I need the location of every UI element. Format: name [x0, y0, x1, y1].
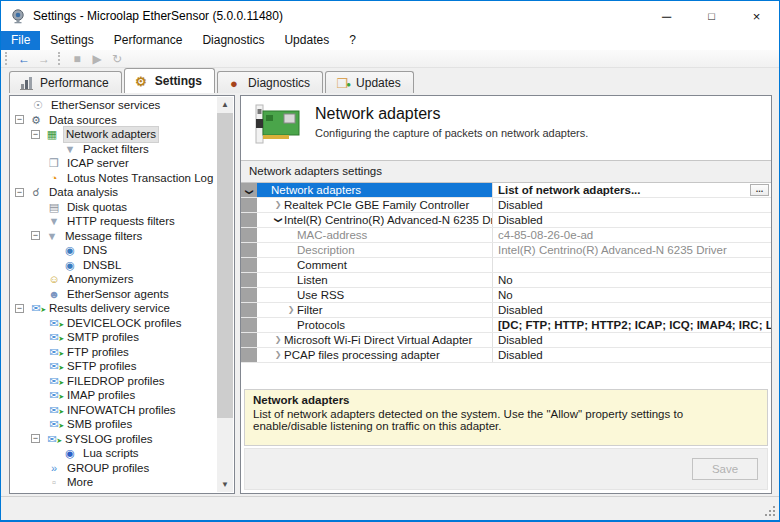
tab-strip: Performance⚙Settings●Diagnostics❒●Update… — [1, 68, 779, 93]
tree-item-group-profiles[interactable]: »GROUP profiles — [11, 461, 217, 476]
tree-item-icap-server[interactable]: ❒ICAP server — [11, 156, 217, 171]
sphere-icon: ● — [226, 76, 242, 90]
grid-row-listen[interactable]: ListenNo — [241, 273, 771, 288]
expanded-chevron-icon[interactable]: ❯ — [271, 214, 285, 226]
grid-row-mac-address[interactable]: MAC-addressc4-85-08-26-0e-ad — [241, 228, 771, 243]
tree-item-data-analysis[interactable]: −☌Data analysis — [11, 185, 217, 200]
scroll-down-icon[interactable]: ▼ — [217, 477, 233, 492]
maximize-button[interactable]: □ — [689, 1, 734, 31]
property-value[interactable]: No — [492, 288, 771, 302]
grid-row-protocols[interactable]: Protocols[DC; FTP; HTTP; HTTP2; ICAP; IC… — [241, 318, 771, 333]
save-button[interactable]: Save — [692, 458, 758, 480]
restart-button[interactable]: ↻ — [107, 51, 127, 67]
property-value-text: c4-85-08-26-0e-ad — [498, 228, 593, 242]
property-value[interactable]: [DC; FTP; HTTP; HTTP2; ICAP; ICQ; IMAP4;… — [492, 318, 771, 332]
tree-item-dnsbl[interactable]: ◉DNSBL — [11, 258, 217, 273]
property-name: Listen — [257, 273, 492, 287]
stop-button[interactable]: ■ — [67, 51, 87, 67]
back-button[interactable]: ← — [14, 51, 34, 67]
grid-row-realtek-pcie-gbe-family-controller[interactable]: ❯Realtek PCIe GBE Family ControllerDisab… — [241, 198, 771, 213]
tree-item-message-filters[interactable]: −▼Message filters — [11, 229, 217, 244]
tree-item-http-requests-filters[interactable]: ▼HTTP requests filters — [11, 214, 217, 229]
tree-item-lua-scripts[interactable]: ◉Lua scripts — [11, 446, 217, 461]
tree-item-imap-profiles[interactable]: ✉➤IMAP profiles — [11, 388, 217, 403]
start-button[interactable]: ▶ — [87, 51, 107, 67]
expand-chevron-icon[interactable]: ❯ — [242, 189, 256, 196]
tree-item-disk-quotas[interactable]: ▤Disk quotas — [11, 200, 217, 215]
menu-item-help[interactable]: ? — [339, 31, 366, 50]
collapse-toggle-icon[interactable]: − — [31, 130, 40, 139]
tree-item-anonymizers[interactable]: ☺Anonymizers — [11, 272, 217, 287]
tree-item-infowatch-profiles[interactable]: ✉➤INFOWATCH profiles — [11, 403, 217, 418]
collapse-toggle-icon[interactable]: − — [15, 188, 24, 197]
bar-chart-icon — [18, 76, 34, 90]
menu-item-performance[interactable]: Performance — [104, 31, 193, 50]
scroll-up-icon[interactable]: ▲ — [217, 97, 233, 112]
menu-item-diagnostics[interactable]: Diagnostics — [192, 31, 274, 50]
property-value[interactable]: List of network adapters...... — [492, 183, 771, 197]
forward-button[interactable]: → — [34, 51, 54, 67]
grid-row-pcap-files-processing-adapter[interactable]: ❯PCAP files processing adapterDisabled — [241, 348, 771, 363]
property-value[interactable]: Disabled — [492, 333, 771, 347]
tree-item-filedrop-profiles[interactable]: ✉➤FILEDROP profiles — [11, 374, 217, 389]
tree-item-ftp-profiles[interactable]: ✉➤FTP profiles — [11, 345, 217, 360]
tree-item-network-adapters[interactable]: −▦Network adapters — [11, 127, 217, 142]
grid-row-filter[interactable]: ❯FilterDisabled — [241, 303, 771, 318]
tab-performance[interactable]: Performance — [9, 71, 122, 93]
menu-item-updates[interactable]: Updates — [274, 31, 339, 50]
tree-item-smtp-profiles[interactable]: ✉➤SMTP profiles — [11, 330, 217, 345]
tree-item-ethersensor-services[interactable]: ☉EtherSensor services — [11, 98, 217, 113]
property-value[interactable]: c4-85-08-26-0e-ad — [492, 228, 771, 242]
property-name-label: Comment — [297, 258, 347, 272]
property-value[interactable] — [492, 258, 771, 272]
tree-item-lotus-notes-transaction-log[interactable]: ◔Lotus Notes Transaction Log — [11, 171, 217, 186]
menu-item-file[interactable]: File — [1, 31, 40, 50]
grid-row-comment[interactable]: Comment — [241, 258, 771, 273]
collapsed-chevron-icon[interactable]: ❯ — [272, 333, 284, 347]
mail-icon: ✉➤ — [47, 316, 61, 331]
property-name-label: Description — [297, 243, 355, 257]
collapsed-chevron-icon[interactable]: ❯ — [272, 198, 284, 212]
tree-item-results-delivery-service[interactable]: −✉➤Results delivery service — [11, 301, 217, 316]
tree-item-syslog-profiles[interactable]: −✉➤SYSLOG profiles — [11, 432, 217, 447]
property-value[interactable]: No — [492, 273, 771, 287]
collapsed-chevron-icon[interactable]: ❯ — [285, 303, 297, 317]
close-button[interactable]: × — [734, 1, 779, 31]
collapse-toggle-icon[interactable]: − — [15, 115, 24, 124]
tree-item-smb-profiles[interactable]: ✉➤SMB profiles — [11, 417, 217, 432]
grid-row-microsoft-wi-fi-direct-virtual-adapter[interactable]: ❯Microsoft Wi-Fi Direct Virtual AdapterD… — [241, 333, 771, 348]
tree-item-label: ICAP server — [65, 156, 131, 171]
tree-item-more[interactable]: ▫More — [11, 475, 217, 490]
tab-settings[interactable]: ⚙Settings — [124, 68, 215, 93]
tree-item-devicelock-profiles[interactable]: ✉➤DEVICELOCK profiles — [11, 316, 217, 331]
grid-row-network-adapters[interactable]: ❯Network adaptersList of network adapter… — [241, 183, 771, 198]
collapse-toggle-icon[interactable]: − — [31, 434, 40, 443]
tree-item-packet-filters[interactable]: ▼Packet filters — [11, 142, 217, 157]
tree-item-sftp-profiles[interactable]: ✉➤SFTP profiles — [11, 359, 217, 374]
collapsed-chevron-icon[interactable]: ❯ — [272, 348, 284, 362]
property-value[interactable]: Disabled — [492, 213, 771, 227]
grid-row-intel-r-centrino-r-advanced-n-6235-driver[interactable]: ❯Intel(R) Centrino(R) Advanced-N 6235 Dr… — [241, 213, 771, 228]
resize-grip-icon[interactable] — [763, 504, 775, 516]
property-value[interactable]: Disabled — [492, 348, 771, 362]
tab-diagnostics[interactable]: ●Diagnostics — [217, 71, 323, 93]
tree-item-label: FILEDROP profiles — [65, 374, 167, 389]
tab-updates[interactable]: ❒●Updates — [325, 71, 414, 93]
tab-label: Updates — [356, 76, 401, 90]
tree-item-ethersensor-agents[interactable]: ☻EtherSensor agents — [11, 287, 217, 302]
collapse-toggle-icon[interactable]: − — [15, 304, 24, 313]
ellipsis-button[interactable]: ... — [750, 184, 769, 196]
property-value[interactable]: Disabled — [492, 303, 771, 317]
tree-scrollbar[interactable]: ▲ ▼ — [217, 97, 233, 492]
menu-item-settings[interactable]: Settings — [40, 31, 103, 50]
property-value[interactable]: Intel(R) Centrino(R) Advanced-N 6235 Dri… — [492, 243, 771, 257]
grid-row-description[interactable]: DescriptionIntel(R) Centrino(R) Advanced… — [241, 243, 771, 258]
tree-item-data-sources[interactable]: −⚙Data sources — [11, 113, 217, 128]
collapse-toggle-icon[interactable]: − — [31, 231, 40, 240]
grid-row-use-rss[interactable]: Use RSSNo — [241, 288, 771, 303]
tree-item-logging-subsystem[interactable]: −✎Logging subsystem — [11, 490, 217, 493]
minimize-button[interactable]: ─ — [644, 1, 689, 31]
scrollbar-thumb[interactable] — [217, 113, 233, 418]
tree-item-dns[interactable]: ◉DNS — [11, 243, 217, 258]
property-value[interactable]: Disabled — [492, 198, 771, 212]
